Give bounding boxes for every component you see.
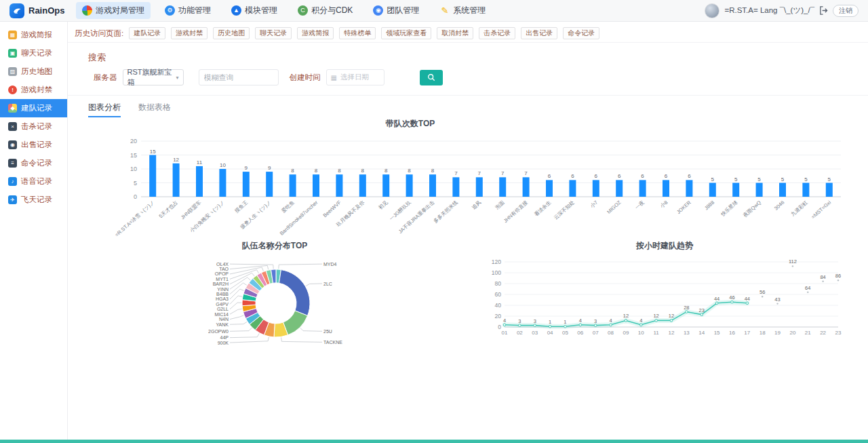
date-placeholder: 选择日期 xyxy=(340,73,369,82)
svg-text:11: 11 xyxy=(653,330,659,336)
top-menu-item-3[interactable]: ▲模块管理 xyxy=(225,2,283,19)
search-button[interactable] xyxy=(420,70,443,85)
top-menu-item-4[interactable]: C积分与CDK xyxy=(292,2,359,19)
history-tag-3[interactable]: 历史地图 xyxy=(213,27,250,39)
sidebar-item-label: 语音记录 xyxy=(21,176,52,187)
svg-text:15: 15 xyxy=(150,149,156,155)
svg-text:7: 7 xyxy=(478,170,481,176)
svg-text:9: 9 xyxy=(268,165,271,171)
line-chart-hourly-trend: 按小时建队趋势 02040608010012001020304050607080… xyxy=(481,240,848,359)
history-tag-11[interactable]: 命令记录 xyxy=(563,27,599,39)
svg-text:16: 16 xyxy=(729,330,735,336)
svg-text:40: 40 xyxy=(495,302,502,309)
svg-text:20: 20 xyxy=(495,313,502,320)
svg-text:05: 05 xyxy=(562,330,568,336)
svg-text:8: 8 xyxy=(431,168,435,174)
history-tag-5[interactable]: 游戏简报 xyxy=(297,27,334,39)
game-match-icon xyxy=(82,5,92,16)
svg-text:7: 7 xyxy=(524,170,528,176)
top-menu-item-6[interactable]: ✎系统管理 xyxy=(433,2,492,19)
sidebar-item-3[interactable]: ▨历史地图 xyxy=(0,62,67,81)
svg-text:小7: 小7 xyxy=(589,199,599,210)
svg-text:28: 28 xyxy=(684,305,689,311)
svg-text:3046: 3046 xyxy=(773,199,785,212)
svg-text:JHN有你直接: JHN有你直接 xyxy=(502,199,530,224)
logout-icon[interactable] xyxy=(819,6,828,15)
svg-text:900K: 900K xyxy=(218,341,229,345)
sidebar-item-10[interactable]: ✈飞天记录 xyxy=(0,191,67,209)
svg-text:YANK: YANK xyxy=(216,322,229,327)
svg-text:看淡余生: 看淡余生 xyxy=(533,199,553,217)
avatar[interactable] xyxy=(705,3,719,18)
svg-text:多多关照米线: 多多关照米线 xyxy=(432,199,459,224)
sidebar-item-6[interactable]: ×击杀记录 xyxy=(0,117,67,136)
svg-text:小8: 小8 xyxy=(658,199,669,210)
kill-record-icon: × xyxy=(8,122,17,131)
team-record-icon: ◆ xyxy=(8,104,17,113)
main-tab-2[interactable]: 数据表格 xyxy=(138,102,171,117)
svg-text:爱吃鱼: 爱吃鱼 xyxy=(280,199,296,214)
svg-text:0: 0 xyxy=(134,193,137,200)
svg-text:4: 4 xyxy=(609,317,612,324)
svg-text:8: 8 xyxy=(291,168,294,174)
sidebar-item-7[interactable]: ◉出售记录 xyxy=(0,136,67,154)
main-tab-1[interactable]: 图表分析 xyxy=(88,102,121,117)
search-icon xyxy=(427,73,435,81)
history-tag-10[interactable]: 出售记录 xyxy=(521,27,557,39)
sidebar-item-2[interactable]: ▣聊天记录 xyxy=(0,44,67,62)
svg-text:12: 12 xyxy=(669,313,674,319)
sidebar-item-4[interactable]: !游戏封禁 xyxy=(0,81,67,99)
svg-text:22: 22 xyxy=(820,330,826,336)
svg-text:G2LL: G2LL xyxy=(217,307,229,311)
sidebar-item-8[interactable]: ≡命令记录 xyxy=(0,154,67,172)
svg-text:100: 100 xyxy=(492,269,501,276)
svg-text:5: 5 xyxy=(134,180,137,187)
sidebar-item-5[interactable]: ◆建队记录 xyxy=(0,99,67,117)
history-tags-row: 历史访问页面: 建队记录游戏封禁历史地图聊天记录游戏简报特殊榜单领域玩家查看取消… xyxy=(75,27,599,39)
svg-text:云深不知处: 云深不知处 xyxy=(553,199,576,221)
history-tag-6[interactable]: 特殊榜单 xyxy=(339,27,376,39)
svg-text:03: 03 xyxy=(532,330,538,336)
history-tag-1[interactable]: 建队记录 xyxy=(129,27,165,39)
date-picker-input[interactable]: ▦ 选择日期 xyxy=(326,69,384,85)
history-tag-9[interactable]: 击杀记录 xyxy=(479,27,515,39)
app-logo[interactable]: RainOps xyxy=(9,3,72,18)
svg-text:6: 6 xyxy=(548,173,551,179)
top-menu-item-5[interactable]: ◉团队管理 xyxy=(367,2,425,19)
svg-text:5: 5 xyxy=(734,176,738,182)
history-tag-4[interactable]: 聊天记录 xyxy=(255,27,292,39)
svg-text:6: 6 xyxy=(595,173,598,179)
server-select[interactable]: RST旗舰新宝箱 ▾ xyxy=(123,69,184,85)
svg-text:18: 18 xyxy=(760,330,766,336)
top-menu-item-label: 功能管理 xyxy=(178,5,211,16)
sidebar-item-9[interactable]: ♪语音记录 xyxy=(0,172,67,191)
svg-text:20: 20 xyxy=(789,330,795,336)
svg-text:8: 8 xyxy=(361,168,365,174)
svg-text:泡面: 泡面 xyxy=(494,199,506,210)
history-tag-2[interactable]: 游戏封禁 xyxy=(171,27,208,39)
svg-text:07: 07 xyxy=(593,330,599,336)
top-menu-item-2[interactable]: ⚙功能管理 xyxy=(159,2,217,19)
history-tag-7[interactable]: 领域玩家查看 xyxy=(381,27,431,39)
svg-text:HGA3: HGA3 xyxy=(216,296,229,301)
history-tag-list: 建队记录游戏封禁历史地图聊天记录游戏简报特殊榜单领域玩家查看取消封禁击杀记录出售… xyxy=(129,27,599,39)
history-label: 历史访问页面: xyxy=(75,28,123,39)
svg-text:9: 9 xyxy=(245,165,248,171)
svg-text:3: 3 xyxy=(594,318,597,324)
svg-text:TAO: TAO xyxy=(219,267,229,271)
history-tag-8[interactable]: 取消封禁 xyxy=(437,27,473,39)
svg-text:08: 08 xyxy=(608,330,614,336)
svg-text:6: 6 xyxy=(688,173,691,179)
svg-text:JHN联盟车: JHN联盟车 xyxy=(180,199,203,220)
fuzzy-search-input[interactable] xyxy=(199,69,279,85)
search-section-title: 搜索 xyxy=(88,52,106,64)
sidebar-item-1[interactable]: ▦游戏简报 xyxy=(0,26,67,44)
rainops-logo-icon xyxy=(9,3,24,18)
top-menu-item-1[interactable]: 游戏对局管理 xyxy=(76,2,151,19)
top-navbar: RainOps 游戏对局管理⚙功能管理▲模块管理C积分与CDK◉团队管理✎系统管… xyxy=(0,0,868,22)
logout-pill-button[interactable]: 注销 xyxy=(833,5,859,17)
svg-text:60: 60 xyxy=(495,291,502,298)
server-select-value: RST旗舰新宝箱 xyxy=(127,67,176,88)
calendar-icon: ▦ xyxy=(331,74,337,81)
svg-text:20: 20 xyxy=(130,138,137,145)
